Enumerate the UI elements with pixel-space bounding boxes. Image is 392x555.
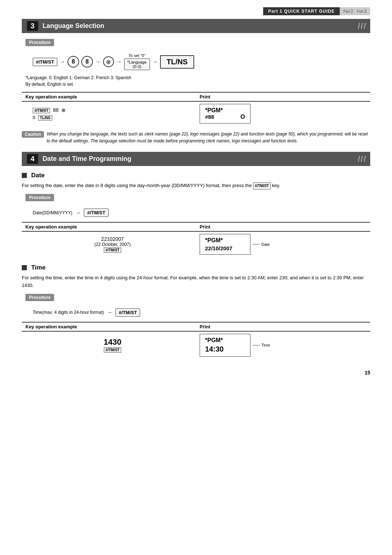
flow-key-tmst-1: #/TM/ST [33, 58, 57, 66]
time-label: Time [261, 343, 270, 347]
flow-key-tlns: TL/NS [160, 55, 194, 69]
page-number: 15 [22, 370, 370, 376]
date-op-row: 22102007 (22 October, 2007) #/TM/ST *PGM… [22, 231, 370, 257]
date-title-text: Date [31, 172, 45, 179]
section4-title: Date and Time Programming [42, 155, 131, 163]
date-flow-arrow: → [75, 210, 81, 216]
date-body-text: For setting the date, enter the date in … [22, 183, 252, 188]
lang-op-row: #/TM/ST 88 ⊗ 0 TL/NS *PGM* #88 O [22, 101, 370, 126]
lang-notes: *Language: 0: English 1: German 2: Frenc… [25, 75, 370, 80]
lang-print-o: O [241, 114, 245, 120]
flow-arrow-2: → [95, 58, 101, 65]
flow-arrow-3: → [116, 58, 122, 65]
date-op-table: Key operation example Print 22102007 (22… [22, 222, 370, 257]
time-print-pgm: *PGM* [205, 337, 245, 344]
part1-label: Part 1 QUICK START GUIDE [263, 7, 340, 15]
time-receipt-line [253, 345, 260, 345]
caution-box: Caution When you change the language, th… [22, 131, 370, 145]
flow-circle-x: ⊗ [103, 56, 114, 67]
date-flow-left: Date(DD/MM/YYYY) [33, 210, 72, 215]
date-print-header: Print [196, 222, 370, 231]
op-key-88: 88 [53, 107, 59, 113]
date-flow-key: #/TM/ST [84, 208, 109, 217]
section4-stripe: /// [358, 154, 367, 164]
date-print-value: 22/10/2007 [205, 245, 245, 251]
lang-print-output: *PGM* #88 O [196, 101, 370, 126]
section3-header: 3 Language Selection /// [22, 19, 370, 33]
time-op-row: 1430 #/TM/ST *PGM* 14:30 Time [22, 331, 370, 359]
time-flow-key: #/TM/ST [115, 308, 140, 317]
section3-title: Language Selection [42, 22, 104, 30]
part3-text: Part [357, 9, 363, 13]
to-set-label: To set "0" [128, 53, 145, 58]
time-title-text: Time [31, 264, 45, 271]
time-procedure-flow: Time(max. 4 digits in 24-hour format) → … [33, 308, 370, 317]
part2-num: 2 [351, 9, 353, 14]
part2-text: Part [343, 9, 350, 13]
print-col-header: Print [196, 92, 370, 101]
date-inline-key: #/TM/ST [253, 182, 270, 190]
header-parts: Part 1 QUICK START GUIDE Part2 Part3 [263, 7, 370, 15]
caution-badge: Caution [22, 131, 44, 138]
op-key-tmst-small: #/TM/ST [33, 108, 50, 113]
section4-number: 4 [27, 154, 38, 164]
date-key-op-header: Key operation example [22, 222, 196, 231]
time-body: For setting the time, enter the time in … [22, 274, 370, 289]
date-print-output: *PGM* 22/10/2007 Date [196, 231, 370, 257]
lang-receipt: *PGM* #88 O [200, 104, 250, 123]
date-receipt: *PGM* 22/10/2007 [200, 234, 250, 255]
lang-box-line2: (0-3) [127, 64, 147, 69]
time-print-output: *PGM* 14:30 Time [196, 331, 370, 359]
key-op-col-header: Key operation example [22, 92, 196, 101]
lang-op-table: Key operation example Print #/TM/ST 88 ⊗… [22, 92, 370, 126]
time-op-table: Key operation example Print 1430 #/TM/ST… [22, 322, 370, 359]
flow-language-box: *Language (0-3) [124, 58, 150, 70]
op-key-tlns-small: TL/NS [38, 115, 52, 121]
lang-print-pgm: *PGM* [205, 107, 245, 114]
time-key-op-header: Key operation example [22, 322, 196, 331]
date-print-pgm: *PGM* [205, 237, 245, 244]
section4-header: 4 Date and Time Programming /// [22, 152, 370, 166]
time-body-text: For setting the time, enter the time in … [22, 275, 364, 288]
flow-arrow-1: → [60, 58, 65, 65]
procedure-badge-3: Procedure [25, 294, 54, 301]
lang-default: By default, English is set. [25, 82, 370, 87]
date-label: Date [261, 242, 270, 247]
caution-text: When you change the language, the texts … [47, 131, 370, 145]
date-procedure-flow: Date(DD/MM/YYYY) → #/TM/ST [33, 208, 370, 217]
date-bullet [22, 173, 27, 178]
date-receipt-line [253, 244, 260, 244]
time-title: Time [22, 264, 370, 271]
lang-box-line1: *Language [127, 60, 147, 64]
procedure-badge-2: Procedure [25, 194, 54, 201]
time-flow-arrow: → [107, 309, 113, 316]
part3-num: 3 [364, 9, 367, 14]
op-key-circle-x: ⊗ [61, 107, 66, 113]
date-op-keys: 22102007 (22 October, 2007) #/TM/ST [22, 231, 196, 257]
time-key-value: 1430 [33, 337, 192, 347]
lang-print-88: #88 [205, 114, 214, 120]
time-print-header: Print [196, 322, 370, 331]
section3-stripe: /// [358, 21, 367, 31]
date-title: Date [22, 172, 370, 179]
date-key-value2: (22 October, 2007) [33, 242, 192, 247]
flow-circle-8-1: 8 [68, 56, 79, 68]
flow-circle-8-2: 8 [81, 56, 93, 68]
op-key-0: 0 [33, 115, 35, 120]
section3-number: 3 [27, 21, 38, 31]
date-key-value1: 22102007 [33, 236, 192, 242]
header-bar: Part 1 QUICK START GUIDE Part2 Part3 [22, 7, 370, 15]
lang-procedure-flow: #/TM/ST → 8 8 → ⊗ → To set "0" *Language… [33, 53, 370, 70]
part2-label: Part2 Part3 [340, 7, 370, 15]
time-flow-left: Time(max. 4 digits in 24-hour format) [33, 310, 104, 315]
time-op-keys: 1430 #/TM/ST [22, 331, 196, 359]
date-key-tmst: #/TM/ST [104, 247, 121, 253]
time-print-value: 14:30 [205, 345, 245, 353]
time-bullet [22, 265, 27, 270]
time-key-tmst: #/TM/ST [104, 347, 121, 353]
flow-arrow-4: → [152, 58, 158, 65]
lang-op-keys: #/TM/ST 88 ⊗ 0 TL/NS [22, 101, 196, 126]
procedure-badge-1: Procedure [25, 39, 54, 46]
time-receipt: *PGM* 14:30 [200, 334, 250, 357]
date-body-text2: key. [272, 183, 280, 188]
